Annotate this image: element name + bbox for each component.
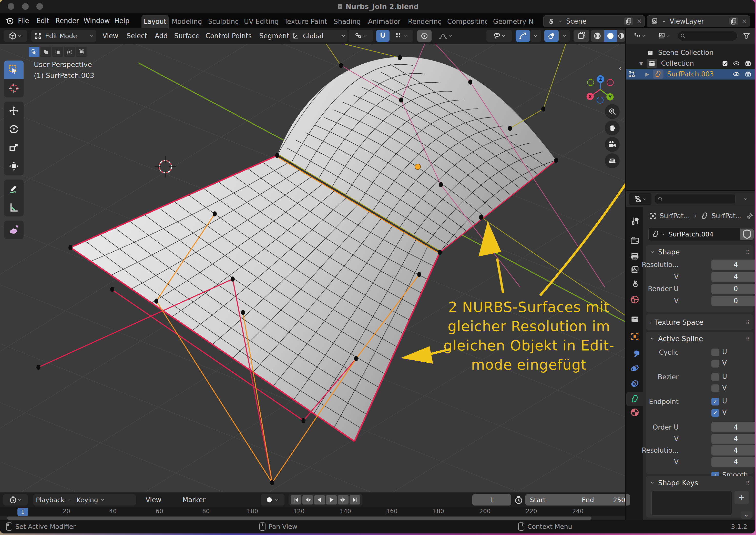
number-field[interactable]: 4 <box>712 445 755 456</box>
select-mode-intersect[interactable] <box>76 47 87 57</box>
viewport-menu-view[interactable]: View <box>99 28 122 43</box>
workspace-tab-sculpting[interactable]: Sculpting <box>208 15 238 28</box>
disclosure-open-icon[interactable]: ▼ <box>639 60 643 67</box>
outliner-row-scene-collection[interactable]: Scene Collection <box>626 47 755 58</box>
measure-tool[interactable] <box>4 198 24 216</box>
panel-expand-icon[interactable] <box>649 336 655 341</box>
rotate-tool[interactable] <box>4 120 24 138</box>
properties-tab-constraints[interactable] <box>626 376 643 390</box>
timeline-editor-type[interactable] <box>3 494 28 505</box>
scale-tool[interactable] <box>4 138 24 157</box>
panel-grip-icon[interactable]: ⠿ <box>746 480 750 486</box>
navigation-gizmo[interactable]: Z X Y <box>574 58 623 106</box>
proportional-editing-toggle[interactable] <box>417 30 432 42</box>
end-frame-field[interactable]: End250 <box>577 494 630 505</box>
gizmos-dropdown[interactable] <box>530 30 541 42</box>
next-keyframe-button[interactable] <box>338 495 348 504</box>
properties-tab-tool[interactable] <box>626 214 643 228</box>
snap-target-dropdown[interactable] <box>390 30 413 42</box>
current-frame-field[interactable]: 1 <box>472 494 511 505</box>
properties-options[interactable] <box>739 193 753 205</box>
breadcrumb-data[interactable]: SurfPat... <box>712 212 742 220</box>
mode-dropdown[interactable]: Edit Mode <box>31 30 96 42</box>
prev-keyframe-button[interactable] <box>302 495 313 504</box>
record-button-group[interactable] <box>261 494 284 505</box>
number-field[interactable]: 4 <box>712 422 755 433</box>
xray-toggle[interactable] <box>574 30 589 42</box>
viewlayer-name[interactable]: ViewLayer <box>666 17 729 25</box>
menu-edit[interactable]: Edit <box>33 13 53 28</box>
menu-keying[interactable]: Keying <box>74 496 107 504</box>
blender-logo-icon[interactable] <box>5 16 15 26</box>
scene-selector[interactable]: Scene ✕ <box>543 15 645 27</box>
ortho-toggle-button[interactable] <box>605 154 620 168</box>
number-field[interactable]: 4 <box>712 271 755 282</box>
pin-icon[interactable] <box>746 212 753 220</box>
hide-eye-icon[interactable] <box>732 70 741 78</box>
play-button[interactable] <box>326 495 337 504</box>
filter-icon[interactable] <box>742 32 751 40</box>
menu-playback[interactable]: Playback <box>33 496 74 504</box>
outliner-row-surfpatch[interactable]: ▶ SurfPatch.003 <box>626 69 755 79</box>
select-mode-invert[interactable] <box>64 47 75 57</box>
panel-expand-icon[interactable] <box>649 249 655 255</box>
proportional-falloff-dropdown[interactable] <box>433 30 458 42</box>
panel-title[interactable]: Active Spline <box>658 335 703 343</box>
editor-divider[interactable] <box>625 28 626 520</box>
properties-tab-object-data[interactable] <box>626 392 643 406</box>
outliner-filter-type[interactable] <box>653 30 674 42</box>
panel-grip-icon[interactable]: ⠿ <box>746 336 750 342</box>
number-field[interactable]: 4 <box>712 457 755 467</box>
fake-user-shield-icon[interactable] <box>741 229 754 240</box>
workspace-tab-texture-paint[interactable]: Texture Paint <box>284 15 328 28</box>
breadcrumb-object[interactable]: SurfPat... <box>660 212 690 220</box>
endpoint-v-checkbox[interactable]: ✓ <box>712 409 719 417</box>
outliner-search[interactable] <box>678 31 738 41</box>
properties-tab-object[interactable] <box>626 329 643 344</box>
outliner-display-mode[interactable] <box>629 30 650 42</box>
pivot-point-dropdown[interactable] <box>348 30 373 42</box>
number-field[interactable]: 0 <box>712 296 755 306</box>
menu-window[interactable]: Window <box>80 13 114 28</box>
transform-tool[interactable] <box>4 157 24 176</box>
panel-grip-icon[interactable]: ⠿ <box>746 249 750 255</box>
menu-file[interactable]: File <box>14 13 33 28</box>
zoom-button[interactable] <box>605 104 620 119</box>
select-mode-extend[interactable] <box>40 47 51 57</box>
jump-to-end-button[interactable] <box>350 495 360 504</box>
bezier-v-checkbox[interactable] <box>712 384 719 392</box>
workspace-tab-animation[interactable]: Animation <box>368 15 400 28</box>
workspace-tab-layout[interactable]: Layout <box>142 15 169 28</box>
snap-toggle[interactable] <box>376 30 390 42</box>
scrollbar-thumb[interactable] <box>7 517 591 520</box>
properties-tab-render[interactable] <box>626 233 643 248</box>
new-scene-icon[interactable] <box>624 17 633 25</box>
menu-help[interactable]: Help <box>111 13 133 28</box>
3d-viewport[interactable]: User Perspective (1) SurfPatch.003 Z X Y… <box>0 43 625 493</box>
workspace-tab-rendering[interactable]: Rendering <box>408 15 441 28</box>
menu-marker[interactable]: Marker <box>179 493 209 507</box>
select-mode-set[interactable] <box>29 47 40 57</box>
disclosure-closed-icon[interactable]: ▶ <box>645 71 649 77</box>
viewport-menu-add[interactable]: Add <box>152 28 171 43</box>
play-reverse-button[interactable] <box>314 495 325 504</box>
panel-title[interactable]: Texture Space <box>655 318 703 326</box>
gizmos-toggle[interactable] <box>516 30 530 42</box>
properties-tab-collection[interactable] <box>626 312 643 326</box>
menu-view[interactable]: View <box>143 493 165 507</box>
select-mode-subtract[interactable] <box>52 47 63 57</box>
editor-type-button[interactable] <box>4 30 27 42</box>
hide-eye-icon[interactable] <box>732 60 741 67</box>
camera-view-button[interactable] <box>605 137 620 152</box>
playhead[interactable]: 1 <box>17 508 28 516</box>
render-visibility-icon[interactable] <box>744 70 752 78</box>
properties-tab-scene[interactable] <box>626 276 643 291</box>
properties-tab-physics[interactable] <box>626 361 643 376</box>
data-name-field[interactable]: SurfPatch.004 <box>648 227 754 241</box>
move-tool[interactable] <box>4 101 24 120</box>
unlink-scene-icon[interactable]: ✕ <box>636 18 642 25</box>
properties-editor-type[interactable] <box>629 193 651 205</box>
panel-title[interactable]: Shape Keys <box>658 479 698 487</box>
pan-button[interactable] <box>605 121 620 135</box>
workspace-tab-geometry-noc[interactable]: Geometry Noc <box>493 15 534 28</box>
